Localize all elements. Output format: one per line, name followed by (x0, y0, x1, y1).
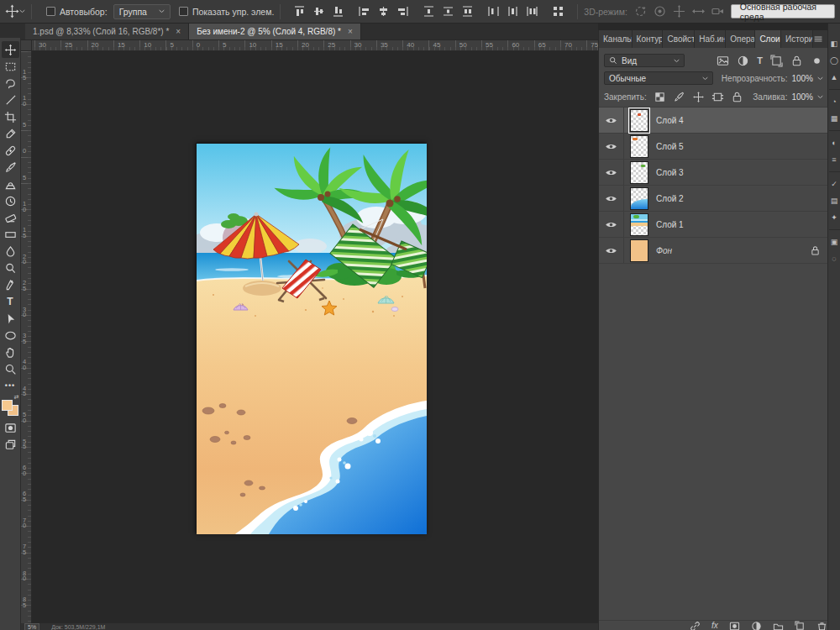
brush-tool[interactable] (2, 159, 19, 176)
show-transform-controls-checkbox[interactable] (179, 7, 188, 16)
ruler-corner[interactable] (21, 40, 32, 51)
close-icon[interactable]: × (348, 27, 353, 36)
gradient-tool[interactable] (2, 226, 19, 243)
swap-colors-icon[interactable]: ⇄ (14, 394, 19, 401)
layer-thumbnail[interactable] (629, 108, 649, 133)
visibility-toggle[interactable] (599, 160, 624, 185)
filter-kind-dropdown[interactable]: Вид (604, 54, 685, 67)
layer-thumbnail[interactable] (629, 186, 649, 211)
layer-name[interactable]: Слой 1 (656, 220, 684, 229)
eyedropper-tool[interactable] (2, 125, 19, 142)
tab-actions[interactable]: Опера (726, 30, 755, 48)
lasso-tool[interactable] (2, 75, 19, 92)
collapsed-panel-icon[interactable]: ◌ (832, 250, 836, 267)
new-group-icon[interactable] (773, 621, 784, 630)
close-icon[interactable]: × (176, 27, 181, 36)
tab-libraries[interactable]: Наб.ин (695, 30, 726, 48)
align-horizontal-centers-icon[interactable] (376, 4, 391, 18)
move-tool-icon[interactable] (5, 4, 19, 18)
new-layer-icon[interactable] (795, 621, 806, 630)
history-brush-tool[interactable] (2, 192, 19, 209)
align-bottom-edges-icon[interactable] (331, 4, 345, 18)
align-top-edges-icon[interactable] (292, 4, 307, 18)
adjustment-layer-icon[interactable] (751, 621, 762, 630)
chevron-down-icon[interactable] (817, 95, 823, 99)
document-tab[interactable]: 1.psd @ 8,33% (Слой 16, RGB/8*) * × (25, 24, 189, 39)
document-tab-active[interactable]: Без имени-2 @ 5% (Слой 4, RGB/8) * × (189, 24, 361, 39)
3d-zoom-camera-icon[interactable] (711, 4, 725, 18)
delete-layer-icon[interactable] (816, 621, 827, 630)
collapsed-panel-icon[interactable]: ▲ (831, 69, 838, 86)
layer-thumbnail[interactable] (629, 160, 649, 185)
edit-toolbar-button[interactable]: ••• (2, 377, 19, 394)
layer-row[interactable]: Слой 4 (599, 108, 828, 134)
distribute-top-edges-icon[interactable] (422, 4, 436, 18)
fill-value[interactable]: 100% (791, 92, 813, 102)
layer-mask-icon[interactable] (729, 621, 740, 630)
lock-all-icon[interactable] (731, 91, 743, 103)
layer-row[interactable]: Слой 1 (599, 212, 828, 238)
filter-smart-objects-icon[interactable] (790, 55, 803, 67)
layer-name[interactable]: Слой 4 (656, 116, 684, 125)
distribute-left-edges-icon[interactable] (486, 4, 501, 18)
tab-channels[interactable]: Каналы (599, 30, 633, 48)
layer-name[interactable]: Слой 2 (656, 194, 684, 203)
quick-selection-tool[interactable] (2, 92, 19, 108)
healing-brush-tool[interactable] (2, 142, 19, 159)
filter-pixel-layers-icon[interactable] (717, 55, 729, 67)
3d-orbit-icon[interactable] (633, 4, 648, 18)
layer-row-background[interactable]: Фон (599, 238, 828, 264)
collapsed-panel-icon[interactable]: ◔ (832, 93, 836, 110)
dodge-tool[interactable] (2, 260, 19, 276)
align-left-edges-icon[interactable] (357, 4, 371, 18)
tab-properties[interactable]: Свойст (663, 30, 695, 48)
quick-mask-button[interactable] (2, 419, 19, 436)
collapsed-panel-icon[interactable]: ▤ (831, 192, 838, 209)
lock-transparency-icon[interactable] (654, 91, 666, 103)
3d-slide-icon[interactable] (691, 4, 706, 18)
lock-pixels-icon[interactable] (673, 91, 685, 103)
layer-row[interactable]: Слой 5 (599, 134, 828, 160)
document-canvas[interactable] (196, 143, 426, 533)
visibility-toggle[interactable] (599, 134, 624, 159)
opacity-value[interactable]: 100% (791, 74, 813, 83)
collapsed-panel-icon[interactable]: ≡ (832, 151, 836, 168)
distribute-spacing-icon[interactable] (551, 4, 565, 18)
screen-mode-button[interactable] (2, 436, 19, 453)
clone-stamp-tool[interactable] (2, 176, 19, 192)
ruler-horizontal[interactable]: 3025201510505101520253035404550556065707… (32, 40, 598, 51)
ruler-vertical[interactable]: 1 51 05051 01 52 02 53 03 54 04 55 05 56… (21, 51, 32, 623)
autoselect-target-dropdown[interactable]: Группа (113, 4, 171, 19)
move-tool[interactable] (2, 41, 19, 58)
3d-pan-icon[interactable] (672, 4, 686, 18)
marquee-tool[interactable] (2, 58, 19, 75)
chevron-down-icon[interactable] (19, 9, 25, 13)
align-vertical-centers-icon[interactable] (312, 4, 326, 18)
lock-artboard-icon[interactable] (711, 91, 724, 103)
eraser-tool[interactable] (2, 209, 19, 226)
distribute-right-edges-icon[interactable] (525, 4, 539, 18)
3d-roll-icon[interactable] (653, 4, 667, 18)
layer-lock-icon[interactable] (811, 245, 820, 255)
type-tool[interactable]: T (2, 293, 19, 310)
status-zoom-field[interactable]: 5% (24, 623, 39, 630)
align-right-edges-icon[interactable] (396, 4, 410, 18)
collapsed-panel-icon[interactable]: ✦ (831, 209, 837, 226)
filter-shape-layers-icon[interactable] (770, 55, 783, 67)
layer-name[interactable]: Слой 5 (656, 142, 684, 151)
filter-type-layers-icon[interactable]: T (757, 55, 763, 66)
shape-tool[interactable] (2, 327, 19, 344)
layer-thumbnail[interactable] (629, 134, 649, 159)
layer-name[interactable]: Фон (656, 246, 672, 255)
hand-tool[interactable] (2, 344, 19, 360)
foreground-color-swatch[interactable] (2, 400, 13, 411)
tab-layers[interactable]: Слои (755, 30, 781, 48)
collapsed-panel-icon[interactable]: ▣ (831, 234, 838, 250)
tab-paths[interactable]: Контур (633, 30, 664, 48)
autoselect-checkbox[interactable] (46, 7, 55, 16)
link-layers-icon[interactable] (690, 621, 701, 630)
blend-mode-dropdown[interactable]: Обычные (604, 71, 713, 85)
distribute-horizontal-centers-icon[interactable] (506, 4, 520, 18)
chevron-down-icon[interactable] (817, 76, 823, 81)
collapsed-panel-icon[interactable]: ◐ (832, 134, 836, 151)
